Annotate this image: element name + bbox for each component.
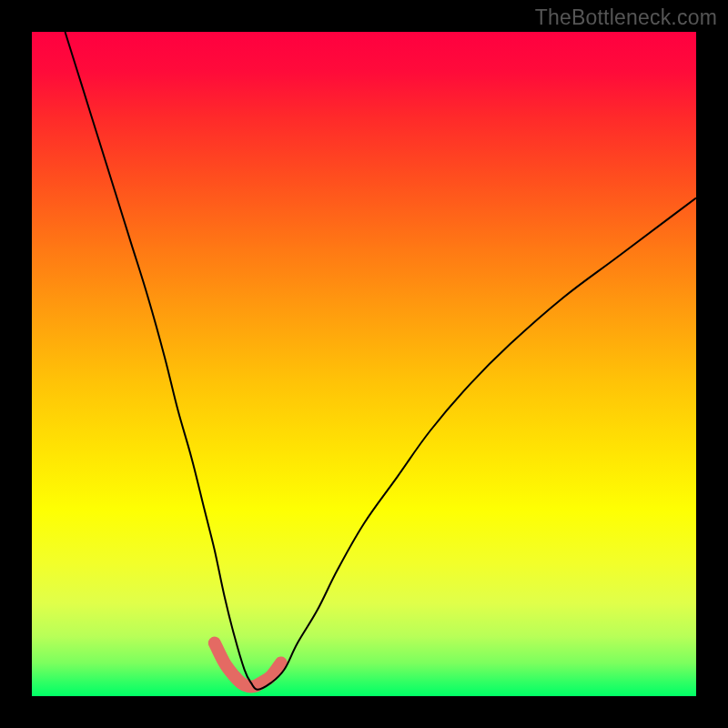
highlight-curve [215, 643, 281, 687]
chart-frame: TheBottleneck.com [0, 0, 728, 728]
plot-area [32, 32, 696, 696]
bottleneck-curve [66, 32, 697, 690]
watermark-text: TheBottleneck.com [535, 5, 717, 30]
curves-svg [32, 32, 696, 696]
